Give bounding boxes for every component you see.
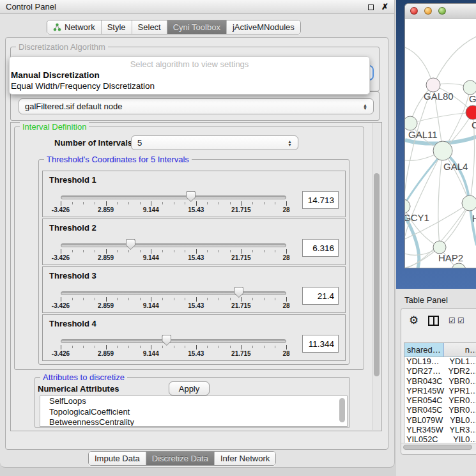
tab-style[interactable]: Style bbox=[101, 20, 132, 34]
group-title: Threshold's Coordinates for 5 Intervals bbox=[44, 155, 192, 164]
tick-label: -3.426 bbox=[52, 302, 70, 309]
threshold-slider[interactable]: -3.4262.8599.14415.4321.71528 bbox=[61, 285, 286, 311]
cell-name[interactable]: YBL0… bbox=[445, 416, 476, 426]
cell-name[interactable]: YDL1… bbox=[445, 357, 476, 367]
network-window-frame: GAL80GACGAL11GAL4GCY1HHAP2 bbox=[396, 0, 476, 289]
attribute-list-item[interactable]: TopologicalCoefficient bbox=[40, 407, 347, 418]
split-columns-icon[interactable] bbox=[428, 316, 439, 326]
slider-track[interactable] bbox=[61, 291, 286, 295]
checkbox-icon[interactable]: ☑ bbox=[449, 316, 456, 325]
cell-shared-name[interactable]: YDR27… bbox=[404, 367, 443, 376]
tick-label: 2.859 bbox=[98, 254, 114, 261]
network-node-gal80[interactable] bbox=[426, 78, 440, 92]
threshold-value-field[interactable]: 14.713 bbox=[302, 191, 339, 209]
network-node-ga[interactable] bbox=[463, 81, 476, 95]
table-header-row: shared… n… bbox=[404, 343, 476, 357]
table-data-combobox[interactable]: galFiltered.sif default node ▲▼ bbox=[19, 98, 374, 114]
network-node[interactable] bbox=[452, 263, 466, 268]
settings-vertical-scrollbar[interactable] bbox=[372, 123, 380, 430]
tick-label: 9.144 bbox=[143, 350, 159, 357]
tick-label: 9.144 bbox=[143, 302, 159, 309]
table-horizontal-scrollbar[interactable] bbox=[401, 443, 476, 450]
tab-impute-data[interactable]: Impute Data bbox=[89, 452, 146, 465]
network-node-hap2[interactable] bbox=[433, 241, 446, 254]
algorithm-option-equal-width[interactable]: Equal Width/Frequency Discretization bbox=[10, 81, 369, 91]
tab-discretize-data[interactable]: Discretize Data bbox=[146, 452, 214, 465]
slider-thumb[interactable] bbox=[162, 335, 171, 346]
tab-label: Style bbox=[107, 22, 126, 32]
slider-thumb[interactable] bbox=[186, 191, 196, 202]
slider-thumb[interactable] bbox=[126, 239, 135, 250]
number-of-intervals-combobox[interactable]: 5 ▲▼ bbox=[131, 135, 298, 150]
network-canvas[interactable]: GAL80GACGAL11GAL4GCY1HHAP2 bbox=[405, 19, 476, 268]
tick-label: 15.43 bbox=[188, 254, 204, 261]
tab-infer-network[interactable]: Infer Network bbox=[214, 452, 275, 465]
combo-arrows-icon: ▲▼ bbox=[288, 140, 292, 146]
tab-label: Discretize Data bbox=[152, 454, 208, 463]
network-node-label: GAL4 bbox=[443, 161, 468, 172]
column-header-name[interactable]: n… bbox=[444, 343, 476, 357]
tick-label: 15.43 bbox=[188, 350, 204, 357]
cell-name[interactable]: YBR0… bbox=[444, 377, 476, 387]
cell-name[interactable]: YPR1… bbox=[444, 387, 476, 396]
tick-label: -3.426 bbox=[52, 350, 70, 357]
attributes-list-scrollbar[interactable] bbox=[339, 397, 346, 426]
network-node-gal4[interactable] bbox=[433, 141, 452, 160]
cell-shared-name[interactable]: YBR043C bbox=[404, 377, 444, 387]
threshold-slider[interactable]: -3.4262.8599.14415.4321.71528 bbox=[61, 237, 286, 263]
cell-shared-name[interactable]: YBL079W bbox=[404, 416, 445, 426]
table-row[interactable]: YDL19…YDL1… bbox=[404, 357, 476, 367]
close-traffic-light[interactable] bbox=[410, 7, 418, 15]
attribute-list-item[interactable]: BetweennessCentrality bbox=[40, 417, 347, 427]
slider-thumb[interactable] bbox=[234, 287, 243, 298]
tab-network[interactable]: Network bbox=[47, 20, 101, 34]
network-node-h[interactable] bbox=[462, 196, 476, 211]
threshold-value-field[interactable]: 21.4 bbox=[302, 287, 339, 305]
network-node-gcy1[interactable] bbox=[405, 199, 410, 213]
cell-shared-name[interactable]: YDL19… bbox=[404, 357, 445, 367]
threshold-slider[interactable]: -3.4262.8599.14415.4321.71528 bbox=[61, 333, 286, 358]
cell-shared-name[interactable]: YER054C bbox=[404, 396, 444, 406]
slider-track[interactable] bbox=[61, 243, 286, 247]
column-header-shared-name[interactable]: shared… bbox=[404, 343, 444, 357]
table-row[interactable]: YER054CYER0… bbox=[404, 396, 476, 406]
cell-name[interactable]: YDR2… bbox=[443, 367, 476, 376]
threshold-value-field[interactable]: 11.344 bbox=[302, 335, 339, 353]
apply-button[interactable]: Apply bbox=[169, 381, 210, 395]
cell-name[interactable]: YLR3… bbox=[445, 426, 476, 435]
minimize-traffic-light[interactable] bbox=[424, 7, 432, 15]
cell-shared-name[interactable]: YPR145W bbox=[404, 387, 444, 396]
threshold-value-field[interactable]: 6.316 bbox=[302, 239, 339, 257]
checkbox-icon[interactable]: ☑ bbox=[457, 316, 464, 325]
threshold-slider[interactable]: -3.4262.8599.14415.4321.71528 bbox=[61, 189, 286, 215]
cell-shared-name[interactable]: YLR345W bbox=[404, 426, 445, 435]
table-row[interactable]: YBL079WYBL0… bbox=[404, 416, 476, 426]
table-row[interactable]: YLR345WYLR3… bbox=[404, 426, 476, 435]
tab-jactivemnodules[interactable]: jActiveMNodules bbox=[226, 20, 300, 34]
cell-shared-name[interactable]: YBR045C bbox=[404, 406, 444, 415]
table-data-value: galFiltered.sif default node bbox=[25, 102, 122, 111]
table-row[interactable]: YDR27…YDR2… bbox=[404, 367, 476, 376]
zoom-traffic-light[interactable] bbox=[438, 7, 446, 15]
interval-definition-group: Interval Definition Number of Intervals … bbox=[14, 127, 364, 370]
table-row[interactable]: YPR145WYPR1… bbox=[404, 387, 476, 396]
attribute-list-item[interactable]: SelfLoops bbox=[40, 396, 347, 407]
tab-cyni-toolbox[interactable]: Cyni Toolbox bbox=[167, 20, 226, 34]
cell-name[interactable]: YBR0… bbox=[444, 406, 476, 415]
table-row[interactable]: YBR043CYBR0… bbox=[404, 377, 476, 387]
tab-label: Network bbox=[65, 22, 95, 32]
tick-label: -3.426 bbox=[52, 254, 70, 261]
tick-label: 28 bbox=[282, 350, 289, 357]
close-icon[interactable]: ✗ bbox=[381, 2, 388, 12]
slider-track[interactable] bbox=[61, 339, 286, 343]
table-row[interactable]: YBR045CYBR0… bbox=[404, 406, 476, 415]
float-window-icon[interactable] bbox=[368, 1, 381, 13]
network-node-gal11[interactable] bbox=[405, 116, 417, 130]
control-panel-titlebar: Control Panel ✗ bbox=[0, 0, 394, 14]
threshold-panel-4: Threshold 4-3.4262.8599.14415.4321.71528… bbox=[42, 314, 346, 361]
gear-icon[interactable]: ⚙ bbox=[409, 314, 418, 327]
cell-name[interactable]: YER0… bbox=[444, 396, 476, 406]
tab-select[interactable]: Select bbox=[132, 20, 167, 34]
slider-track[interactable] bbox=[61, 196, 286, 199]
algorithm-option-manual[interactable]: Manual Discretization bbox=[10, 70, 369, 81]
